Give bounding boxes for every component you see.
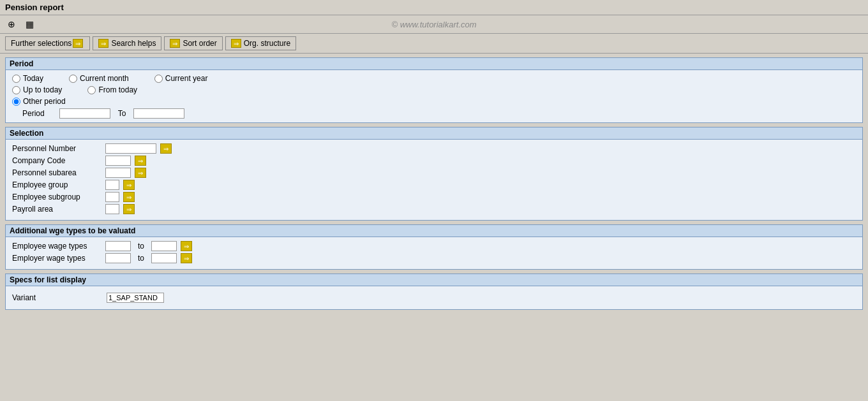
further-selections-button[interactable]: Further selections ⇒ [5, 36, 90, 50]
employee-group-input[interactable] [105, 180, 119, 190]
selection-body: Personnel Number ⇒ Company Code ⇒ Person… [6, 140, 862, 220]
period-row-3: Other period [12, 97, 856, 106]
personnel-number-label: Personnel Number [12, 144, 101, 153]
employer-wage-types-arrow-btn[interactable]: ⇒ [181, 253, 192, 263]
org-structure-button[interactable]: ⇒ Org. structure [225, 36, 296, 50]
sort-order-button[interactable]: ⇒ Sort order [164, 36, 222, 50]
personnel-subarea-row: Personnel subarea ⇒ [12, 168, 856, 178]
current-month-label: Current month [80, 74, 129, 83]
employer-wage-types-from-input[interactable] [105, 253, 131, 263]
additional-wage-section: Additional wge types to be valuatd Emplo… [5, 224, 863, 270]
personnel-subarea-label: Personnel subarea [12, 168, 101, 177]
today-radio[interactable] [12, 75, 20, 83]
toolbar-icon-2[interactable]: ▦ [23, 18, 36, 31]
other-period-option: Other period [12, 97, 66, 106]
specs-body: Variant [6, 286, 862, 309]
additional-wage-header: Additional wge types to be valuatd [6, 225, 862, 237]
variant-label: Variant [12, 293, 101, 302]
other-period-label: Other period [23, 97, 66, 106]
employee-wage-types-row: Employee wage types to ⇒ [12, 241, 856, 251]
nav-bar: Further selections ⇒ ⇒ Search helps ⇒ So… [0, 34, 868, 54]
search-helps-label: Search helps [111, 39, 156, 48]
period-body: Today Current month Current year Up to t… [6, 70, 862, 122]
search-helps-arrow-icon: ⇒ [98, 39, 108, 48]
sort-order-label: Sort order [183, 39, 216, 48]
selection-header: Selection [6, 128, 862, 140]
employee-subgroup-label: Employee subgroup [12, 193, 101, 201]
further-selections-label: Further selections [11, 39, 71, 48]
from-today-label: From today [98, 85, 137, 94]
period-row-2: Up to today From today [12, 85, 856, 94]
specs-section: Specs for list display Variant [5, 273, 863, 310]
personnel-number-arrow-btn[interactable]: ⇒ [160, 143, 172, 154]
employee-wage-types-from-input[interactable] [105, 241, 131, 251]
period-to-label: To [116, 109, 128, 118]
personnel-number-input[interactable] [105, 143, 156, 154]
employer-wage-types-row: Employer wage types to ⇒ [12, 253, 856, 263]
employee-wage-types-label: Employee wage types [12, 242, 101, 251]
employer-wage-to-label: to [135, 254, 147, 263]
period-section: Period Today Current month Current year [5, 57, 863, 123]
period-from-label: Period [22, 109, 54, 118]
employee-wage-types-arrow-btn[interactable]: ⇒ [181, 241, 192, 251]
current-month-radio[interactable] [69, 75, 77, 83]
period-row-1: Today Current month Current year [12, 74, 856, 83]
search-helps-button[interactable]: ⇒ Search helps [93, 36, 161, 50]
other-period-radio[interactable] [12, 98, 20, 106]
company-code-arrow-btn[interactable]: ⇒ [135, 156, 146, 166]
current-year-option: Current year [154, 74, 208, 83]
personnel-subarea-arrow-btn[interactable]: ⇒ [135, 168, 146, 178]
period-input-row: Period To [12, 108, 856, 119]
current-year-label: Current year [165, 74, 208, 83]
employer-wage-types-label: Employer wage types [12, 254, 101, 263]
employee-wage-types-to-input[interactable] [151, 241, 177, 251]
period-from-input[interactable] [59, 108, 110, 119]
payroll-area-input[interactable] [105, 204, 119, 214]
further-selections-arrow-icon: ⇒ [73, 39, 83, 48]
up-to-today-option: Up to today [12, 85, 62, 94]
current-year-radio[interactable] [154, 75, 163, 83]
up-to-today-label: Up to today [23, 85, 62, 94]
from-today-radio[interactable] [87, 86, 96, 94]
sort-order-arrow-icon: ⇒ [170, 39, 180, 48]
employee-subgroup-row: Employee subgroup ⇒ [12, 192, 856, 202]
up-to-today-radio[interactable] [12, 86, 20, 94]
org-structure-arrow-icon: ⇒ [231, 39, 241, 48]
variant-input[interactable] [107, 293, 164, 303]
watermark: © www.tutorialkart.com [391, 20, 476, 29]
period-header: Period [6, 58, 862, 70]
employee-wage-to-label: to [135, 242, 147, 251]
personnel-subarea-input[interactable] [105, 168, 131, 178]
employer-wage-types-to-input[interactable] [151, 253, 177, 263]
from-today-option: From today [87, 85, 137, 94]
org-structure-label: Org. structure [244, 39, 290, 48]
personnel-number-row: Personnel Number ⇒ [12, 143, 856, 154]
company-code-label: Company Code [12, 156, 101, 165]
employee-group-label: Employee group [12, 180, 101, 189]
additional-wage-body: Employee wage types to ⇒ Employer wage t… [6, 237, 862, 269]
title-bar: Pension report [0, 0, 868, 15]
toolbar-icon-1[interactable]: ⊕ [5, 18, 18, 31]
selection-section: Selection Personnel Number ⇒ Company Cod… [5, 127, 863, 221]
payroll-area-arrow-btn[interactable]: ⇒ [123, 204, 135, 214]
today-option: Today [12, 74, 43, 83]
payroll-area-row: Payroll area ⇒ [12, 204, 856, 214]
company-code-row: Company Code ⇒ [12, 156, 856, 166]
today-label: Today [23, 74, 43, 83]
variant-row: Variant [12, 290, 856, 305]
employee-group-arrow-btn[interactable]: ⇒ [123, 180, 135, 190]
employee-subgroup-input[interactable] [105, 192, 119, 202]
toolbar: ⊕ ▦ © www.tutorialkart.com [0, 15, 868, 34]
main-content: Period Today Current month Current year [0, 54, 868, 317]
period-to-input[interactable] [133, 108, 184, 119]
employee-group-row: Employee group ⇒ [12, 180, 856, 190]
employee-subgroup-arrow-btn[interactable]: ⇒ [123, 192, 135, 202]
current-month-option: Current month [69, 74, 129, 83]
page-title: Pension report [5, 3, 64, 12]
payroll-area-label: Payroll area [12, 205, 101, 214]
company-code-input[interactable] [105, 156, 131, 166]
specs-header: Specs for list display [6, 274, 862, 286]
